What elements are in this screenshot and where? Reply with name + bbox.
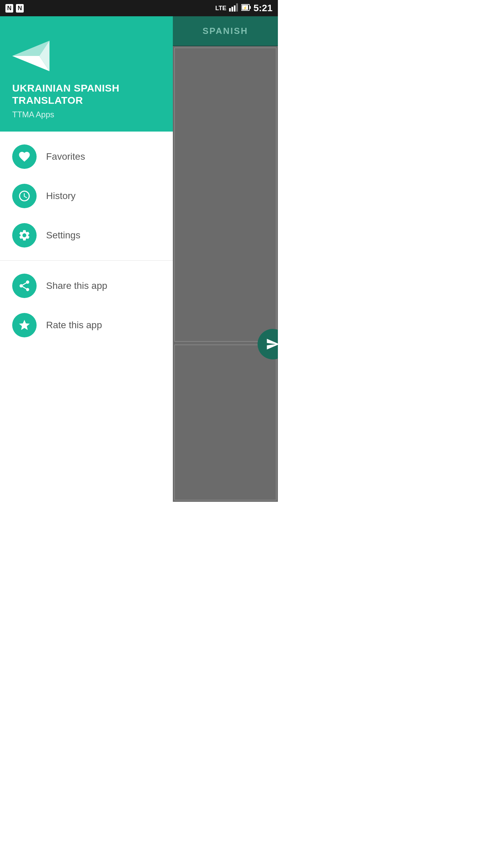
sidebar-item-share[interactable]: Share this app	[0, 266, 173, 305]
drawer-menu: Favorites History	[0, 132, 173, 502]
navigation-drawer: UKRAINIAN SPANISH TRANSLATOR TTMA Apps F…	[0, 16, 173, 502]
svg-rect-3	[236, 3, 238, 12]
notification-icon-1: N	[5, 4, 13, 13]
app-content: SPANISH	[173, 16, 278, 502]
sidebar-item-favorites[interactable]: Favorites	[0, 137, 173, 176]
svg-rect-2	[234, 5, 236, 12]
translation-input-area[interactable]	[174, 47, 277, 342]
secondary-menu-section: Share this app Rate this app	[0, 261, 173, 350]
status-bar-left: N N	[5, 4, 24, 13]
notification-icon-2: N	[16, 4, 24, 13]
svg-text:⚡: ⚡	[243, 6, 247, 10]
rate-label: Rate this app	[46, 320, 102, 331]
settings-icon-circle	[12, 223, 37, 248]
app-logo	[12, 41, 161, 73]
translation-output-area	[174, 344, 277, 500]
status-time: 5:21	[253, 3, 272, 14]
share-label: Share this app	[46, 280, 107, 291]
app-author: TTMA Apps	[12, 110, 161, 119]
signal-icon	[229, 3, 239, 13]
app-header: SPANISH	[173, 16, 278, 46]
history-icon-circle	[12, 184, 37, 208]
heart-icon	[18, 150, 31, 163]
battery-icon: ⚡	[241, 4, 251, 13]
favorites-label: Favorites	[46, 151, 85, 162]
sidebar-item-history[interactable]: History	[0, 176, 173, 216]
svg-rect-5	[249, 6, 251, 9]
drawer-header: UKRAINIAN SPANISH TRANSLATOR TTMA Apps	[0, 16, 173, 132]
settings-label: Settings	[46, 230, 80, 241]
share-icon	[18, 279, 31, 292]
rate-icon-circle	[12, 313, 37, 337]
clock-icon	[18, 190, 31, 202]
app-header-title: SPANISH	[203, 26, 248, 36]
star-icon	[18, 319, 31, 332]
app-name: UKRAINIAN SPANISH TRANSLATOR	[12, 82, 161, 106]
svg-rect-0	[229, 8, 231, 12]
status-bar-right: LTE ⚡ 5:21	[215, 3, 272, 14]
svg-rect-1	[231, 7, 233, 12]
status-bar: N N LTE ⚡ 5:21	[0, 0, 278, 16]
sidebar-item-rate[interactable]: Rate this app	[0, 305, 173, 345]
lte-indicator: LTE	[215, 5, 226, 12]
primary-menu-section: Favorites History	[0, 132, 173, 261]
main-layout: UKRAINIAN SPANISH TRANSLATOR TTMA Apps F…	[0, 16, 278, 502]
gear-icon	[18, 229, 31, 242]
history-label: History	[46, 191, 76, 201]
favorites-icon-circle	[12, 144, 37, 169]
sidebar-item-settings[interactable]: Settings	[0, 216, 173, 255]
app-body	[173, 46, 278, 502]
share-icon-circle	[12, 274, 37, 298]
